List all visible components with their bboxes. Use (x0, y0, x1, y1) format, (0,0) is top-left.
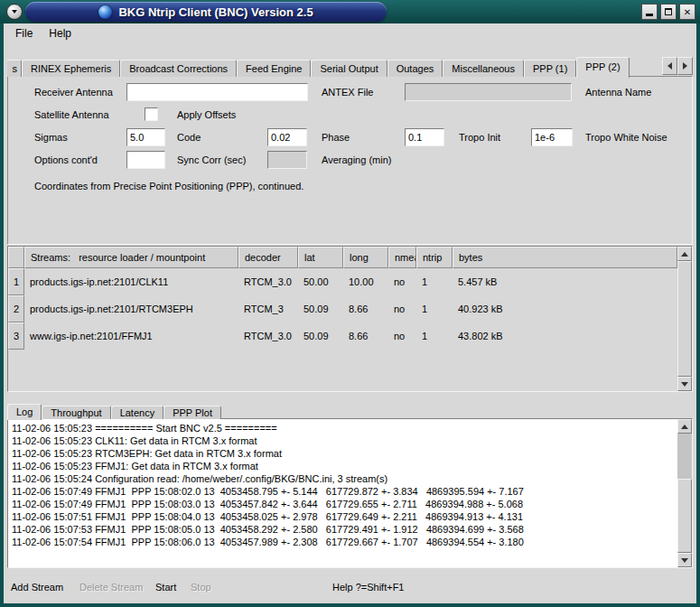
tab-scroll-right-button[interactable] (677, 57, 693, 75)
close-button[interactable] (679, 4, 695, 20)
tab-ppp-1[interactable]: PPP (1) (524, 60, 576, 77)
apply-offsets-label: Apply Offsets (177, 109, 236, 120)
tab-scroll-left-button[interactable] (662, 57, 677, 75)
cell-nmea: no (388, 268, 416, 295)
sigmas-code-input[interactable] (126, 128, 165, 146)
minimize-button[interactable] (641, 4, 658, 20)
sigmas-label: Sigmas (34, 132, 68, 143)
table-row[interactable]: 2 products.igs-ip.net:2101/RTCM3EPH RTCM… (8, 295, 677, 322)
tab-ppp-plot[interactable]: PPP Plot (163, 406, 221, 419)
table-corner (8, 247, 24, 268)
tab-outages[interactable]: Outages (387, 60, 443, 77)
chevron-left-icon (667, 62, 672, 70)
tab-ppp-2[interactable]: PPP (2) (576, 57, 629, 78)
maximize-icon (665, 8, 672, 15)
log-panel: 11-02-06 15:05:23 ========== Start BNC v… (7, 418, 693, 568)
tropo-init-input[interactable] (531, 128, 573, 146)
cell-decoder: RTCM_3.0 (238, 322, 298, 350)
add-stream-button[interactable]: Add Stream (11, 582, 63, 593)
scroll-down-button[interactable] (677, 377, 692, 391)
stop-button: Stop (191, 582, 211, 593)
row-number[interactable]: 3 (8, 322, 24, 350)
window-controls (641, 4, 695, 20)
scroll-up-button[interactable] (677, 247, 692, 261)
col-header-bytes[interactable]: bytes (453, 247, 677, 268)
scroll-down-button[interactable] (677, 553, 692, 567)
col-header-ntrip[interactable]: ntrip (416, 247, 453, 268)
row-number[interactable]: 2 (8, 295, 24, 322)
log-line: 11-02-06 15:07:54 FFMJ1 PPP 15:08:06.0 1… (12, 536, 676, 548)
col-header-decoder[interactable]: decoder (238, 247, 298, 268)
code-sigma-input[interactable] (267, 128, 307, 146)
table-row[interactable]: 1 products.igs-ip.net:2101/CLK11 RTCM_3.… (8, 268, 677, 295)
tab-clipped[interactable]: s (7, 60, 22, 77)
scroll-up-button[interactable] (677, 419, 692, 434)
config-tabbar: s RINEX Ephemeris Broadcast Corrections … (7, 56, 693, 77)
cell-lat: 50.00 (298, 268, 343, 295)
scrollbar-thumb[interactable] (677, 261, 692, 377)
phase-sigma-input[interactable] (405, 128, 444, 146)
streams-vertical-scrollbar[interactable] (677, 247, 692, 391)
phase-label: Phase (322, 132, 350, 143)
log-lines: 11-02-06 15:05:23 ========== Start BNC v… (12, 422, 676, 565)
tab-log[interactable]: Log (7, 404, 42, 420)
chevron-right-icon (683, 62, 687, 70)
satellite-antenna-label: Satellite Antenna (34, 109, 109, 120)
help-shortcut-label: Help ?=Shift+F1 (332, 582, 405, 593)
log-line: 11-02-06 15:05:24 Configuration read: /h… (12, 472, 676, 485)
cell-nmea: no (388, 322, 416, 350)
col-header-long[interactable]: long (343, 247, 388, 268)
cell-bytes: 43.802 kB (453, 322, 677, 350)
cell-mountpoint: www.igs-ip.net:2101/FFMJ1 (24, 322, 238, 350)
tab-serial-output[interactable]: Serial Output (311, 60, 387, 77)
cell-ntrip: 1 (416, 322, 453, 350)
arrow-up-icon (681, 252, 688, 257)
cell-mountpoint: products.igs-ip.net:2101/CLK11 (24, 268, 238, 295)
titlebar[interactable]: BKG Ntrip Client (BNC) Version 2.5 (0, 0, 700, 23)
sync-corr-label: Sync Corr (sec) (177, 154, 246, 165)
log-line: 11-02-06 15:07:51 FFMJ1 PPP 15:08:04.0 1… (12, 510, 676, 523)
cell-decoder: RTCM_3 (238, 295, 298, 322)
maximize-button[interactable] (660, 4, 677, 20)
action-bar: Add Stream Delete Stream Start Stop Help… (4, 576, 696, 603)
arrow-down-icon (681, 558, 688, 563)
col-header-lat[interactable]: lat (298, 247, 343, 268)
col-header-mountpoint[interactable]: Streams: resource loader / mountpoint (24, 247, 238, 268)
chevron-down-icon (12, 10, 17, 14)
cell-bytes: 40.923 kB (453, 295, 677, 322)
receiver-antenna-label: Receiver Antenna (34, 87, 113, 98)
start-button[interactable]: Start (155, 582, 176, 593)
tab-throughput[interactable]: Throughput (42, 406, 110, 419)
tab-scroll-buttons (662, 57, 693, 75)
cell-ntrip: 1 (416, 268, 453, 295)
options-contd-input[interactable] (126, 151, 165, 169)
window-menu-button[interactable] (6, 4, 23, 20)
col-header-nmea[interactable]: nmea (388, 247, 416, 268)
apply-offsets-checkbox[interactable] (145, 107, 158, 121)
tab-broadcast-corrections[interactable]: Broadcast Corrections (120, 60, 237, 77)
receiver-antenna-input[interactable] (126, 83, 308, 101)
scrollbar-thumb[interactable] (677, 479, 692, 553)
arrow-down-icon (681, 382, 688, 387)
monitor-tabbar: Log Throughput Latency PPP Plot (7, 403, 221, 419)
options-contd-label: Options cont'd (34, 154, 98, 165)
log-line: 11-02-06 15:05:23 RTCM3EPH: Get data in … (12, 447, 676, 460)
row-number[interactable]: 1 (8, 268, 24, 295)
sync-corr-input (267, 151, 307, 169)
log-vertical-scrollbar[interactable] (677, 419, 692, 567)
table-row[interactable]: 3 www.igs-ip.net:2101/FFMJ1 RTCM_3.0 50.… (8, 322, 677, 350)
tab-miscellaneous[interactable]: Miscellaneous (443, 60, 524, 77)
averaging-label: Averaging (min) (322, 154, 391, 165)
ppp2-panel: Receiver Antenna ANTEX File Antenna Name… (7, 76, 693, 245)
tab-feed-engine[interactable]: Feed Engine (237, 60, 311, 77)
tab-rinex-ephemeris[interactable]: RINEX Ephemeris (22, 60, 120, 77)
menu-help[interactable]: Help (41, 25, 79, 42)
tab-latency[interactable]: Latency (111, 406, 164, 419)
menu-file[interactable]: File (7, 25, 41, 42)
log-line: 11-02-06 15:07:49 FFMJ1 PPP 15:08:02.0 1… (12, 485, 676, 498)
antex-file-input (405, 83, 572, 101)
log-line: 11-02-06 15:05:23 CLK11: Get data in RTC… (12, 434, 676, 447)
cell-long: 8.66 (343, 322, 388, 350)
antex-file-label: ANTEX File (322, 87, 373, 98)
log-line: 11-02-06 15:07:49 FFMJ1 PPP 15:08:03.0 1… (12, 498, 676, 510)
